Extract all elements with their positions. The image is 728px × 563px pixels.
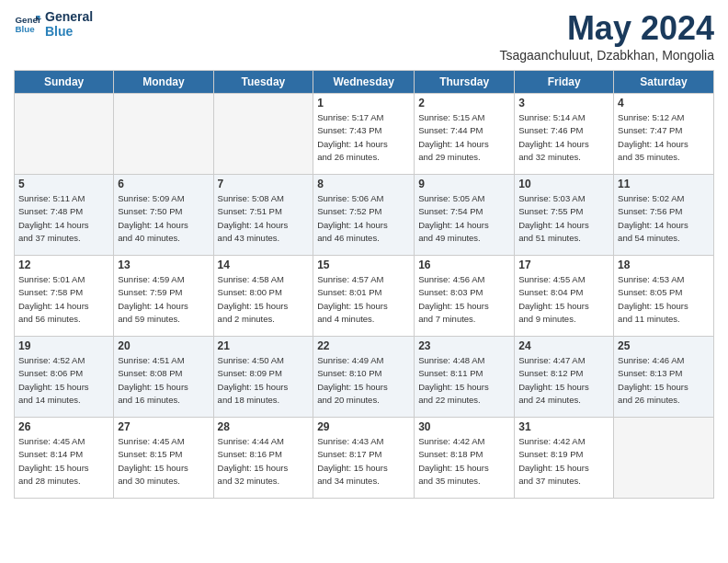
day-info: Sunrise: 4:53 AM Sunset: 8:05 PM Dayligh… — [618, 273, 710, 326]
table-row: 12Sunrise: 5:01 AM Sunset: 7:58 PM Dayli… — [15, 256, 114, 337]
day-number: 14 — [218, 259, 310, 271]
day-info: Sunrise: 4:57 AM Sunset: 8:01 PM Dayligh… — [317, 273, 410, 326]
day-info: Sunrise: 4:44 AM Sunset: 8:16 PM Dayligh… — [218, 435, 310, 488]
logo-icon: General Blue — [14, 10, 41, 38]
day-number: 31 — [518, 420, 609, 433]
calendar-week-row: 5Sunrise: 5:11 AM Sunset: 7:48 PM Daylig… — [15, 175, 714, 256]
table-row: 21Sunrise: 4:50 AM Sunset: 8:09 PM Dayli… — [213, 337, 313, 418]
table-row: 19Sunrise: 4:52 AM Sunset: 8:06 PM Dayli… — [15, 337, 114, 418]
day-info: Sunrise: 5:12 AM Sunset: 7:47 PM Dayligh… — [618, 111, 710, 164]
table-row — [114, 94, 213, 175]
table-row: 4Sunrise: 5:12 AM Sunset: 7:47 PM Daylig… — [614, 94, 714, 175]
table-row: 30Sunrise: 4:42 AM Sunset: 8:18 PM Dayli… — [415, 418, 515, 499]
day-info: Sunrise: 5:11 AM Sunset: 7:48 PM Dayligh… — [18, 192, 109, 245]
header-sunday: Sunday — [15, 71, 114, 94]
day-number: 20 — [118, 339, 209, 352]
day-number: 6 — [118, 178, 209, 190]
calendar-week-row: 19Sunrise: 4:52 AM Sunset: 8:06 PM Dayli… — [15, 337, 714, 418]
day-info: Sunrise: 5:03 AM Sunset: 7:55 PM Dayligh… — [518, 192, 609, 245]
day-number: 10 — [518, 178, 609, 190]
day-info: Sunrise: 5:01 AM Sunset: 7:58 PM Dayligh… — [18, 273, 109, 326]
day-number: 17 — [518, 259, 609, 271]
day-info: Sunrise: 4:42 AM Sunset: 8:19 PM Dayligh… — [518, 435, 609, 488]
calendar-table: Sunday Monday Tuesday Wednesday Thursday… — [14, 70, 714, 499]
day-number: 15 — [317, 259, 410, 271]
day-info: Sunrise: 5:06 AM Sunset: 7:52 PM Dayligh… — [317, 192, 410, 245]
day-number: 22 — [317, 339, 410, 352]
header-thursday: Thursday — [415, 71, 515, 94]
day-info: Sunrise: 5:05 AM Sunset: 7:54 PM Dayligh… — [418, 192, 510, 245]
day-info: Sunrise: 5:02 AM Sunset: 7:56 PM Dayligh… — [618, 192, 710, 245]
day-number: 28 — [218, 420, 310, 433]
svg-text:Blue: Blue — [16, 24, 36, 34]
header-wednesday: Wednesday — [313, 71, 415, 94]
header-monday: Monday — [114, 71, 213, 94]
table-row: 5Sunrise: 5:11 AM Sunset: 7:48 PM Daylig… — [15, 175, 114, 256]
day-info: Sunrise: 4:48 AM Sunset: 8:11 PM Dayligh… — [418, 354, 510, 407]
table-row: 14Sunrise: 4:58 AM Sunset: 8:00 PM Dayli… — [213, 256, 313, 337]
table-row — [15, 94, 114, 175]
table-row: 7Sunrise: 5:08 AM Sunset: 7:51 PM Daylig… — [213, 175, 313, 256]
day-info: Sunrise: 4:50 AM Sunset: 8:09 PM Dayligh… — [218, 354, 310, 407]
page: General Blue General Blue May 2024 Tsaga… — [0, 0, 728, 563]
table-row — [213, 94, 313, 175]
day-info: Sunrise: 4:47 AM Sunset: 8:12 PM Dayligh… — [518, 354, 609, 407]
table-row: 18Sunrise: 4:53 AM Sunset: 8:05 PM Dayli… — [614, 256, 714, 337]
day-number: 3 — [518, 97, 609, 109]
month-title: May 2024 — [500, 9, 715, 48]
day-info: Sunrise: 4:46 AM Sunset: 8:13 PM Dayligh… — [618, 354, 710, 407]
day-number: 8 — [317, 178, 410, 190]
day-number: 7 — [218, 178, 310, 190]
table-row: 23Sunrise: 4:48 AM Sunset: 8:11 PM Dayli… — [415, 337, 515, 418]
table-row: 13Sunrise: 4:59 AM Sunset: 7:59 PM Dayli… — [114, 256, 213, 337]
day-info: Sunrise: 5:14 AM Sunset: 7:46 PM Dayligh… — [518, 111, 609, 164]
day-info: Sunrise: 4:49 AM Sunset: 8:10 PM Dayligh… — [317, 354, 410, 407]
table-row — [614, 418, 714, 499]
table-row: 10Sunrise: 5:03 AM Sunset: 7:55 PM Dayli… — [515, 175, 614, 256]
table-row: 26Sunrise: 4:45 AM Sunset: 8:14 PM Dayli… — [15, 418, 114, 499]
day-number: 2 — [418, 97, 510, 109]
day-number: 19 — [18, 339, 109, 352]
table-row: 17Sunrise: 4:55 AM Sunset: 8:04 PM Dayli… — [515, 256, 614, 337]
day-number: 11 — [618, 178, 710, 190]
day-number: 27 — [118, 420, 209, 433]
header-saturday: Saturday — [614, 71, 714, 94]
day-info: Sunrise: 4:56 AM Sunset: 8:03 PM Dayligh… — [418, 273, 510, 326]
day-number: 13 — [118, 259, 209, 271]
table-row: 28Sunrise: 4:44 AM Sunset: 8:16 PM Dayli… — [213, 418, 313, 499]
table-row: 6Sunrise: 5:09 AM Sunset: 7:50 PM Daylig… — [114, 175, 213, 256]
day-number: 1 — [317, 97, 410, 109]
day-number: 25 — [618, 339, 710, 352]
day-number: 30 — [418, 420, 510, 433]
day-number: 16 — [418, 259, 510, 271]
table-row: 27Sunrise: 4:45 AM Sunset: 8:15 PM Dayli… — [114, 418, 213, 499]
day-number: 12 — [18, 259, 109, 271]
logo: General Blue General Blue — [14, 9, 93, 39]
day-info: Sunrise: 4:51 AM Sunset: 8:08 PM Dayligh… — [118, 354, 209, 407]
header: General Blue General Blue May 2024 Tsaga… — [14, 9, 714, 63]
table-row: 31Sunrise: 4:42 AM Sunset: 8:19 PM Dayli… — [515, 418, 614, 499]
day-number: 24 — [518, 339, 609, 352]
day-number: 26 — [18, 420, 109, 433]
header-tuesday: Tuesday — [213, 71, 313, 94]
day-info: Sunrise: 4:45 AM Sunset: 8:15 PM Dayligh… — [118, 435, 209, 488]
table-row: 29Sunrise: 4:43 AM Sunset: 8:17 PM Dayli… — [313, 418, 415, 499]
weekday-header-row: Sunday Monday Tuesday Wednesday Thursday… — [15, 71, 714, 94]
day-number: 29 — [317, 420, 410, 433]
day-info: Sunrise: 4:55 AM Sunset: 8:04 PM Dayligh… — [518, 273, 609, 326]
calendar-week-row: 26Sunrise: 4:45 AM Sunset: 8:14 PM Dayli… — [15, 418, 714, 499]
day-info: Sunrise: 4:43 AM Sunset: 8:17 PM Dayligh… — [317, 435, 410, 488]
logo-text-general: General — [45, 9, 93, 24]
day-info: Sunrise: 5:15 AM Sunset: 7:44 PM Dayligh… — [418, 111, 510, 164]
day-info: Sunrise: 4:52 AM Sunset: 8:06 PM Dayligh… — [18, 354, 109, 407]
day-info: Sunrise: 4:45 AM Sunset: 8:14 PM Dayligh… — [18, 435, 109, 488]
table-row: 22Sunrise: 4:49 AM Sunset: 8:10 PM Dayli… — [313, 337, 415, 418]
table-row: 16Sunrise: 4:56 AM Sunset: 8:03 PM Dayli… — [415, 256, 515, 337]
table-row: 20Sunrise: 4:51 AM Sunset: 8:08 PM Dayli… — [114, 337, 213, 418]
table-row: 25Sunrise: 4:46 AM Sunset: 8:13 PM Dayli… — [614, 337, 714, 418]
day-number: 18 — [618, 259, 710, 271]
day-number: 21 — [218, 339, 310, 352]
day-info: Sunrise: 4:42 AM Sunset: 8:18 PM Dayligh… — [418, 435, 510, 488]
location: Tsagaanchuluut, Dzabkhan, Mongolia — [500, 48, 715, 63]
day-info: Sunrise: 5:09 AM Sunset: 7:50 PM Dayligh… — [118, 192, 209, 245]
